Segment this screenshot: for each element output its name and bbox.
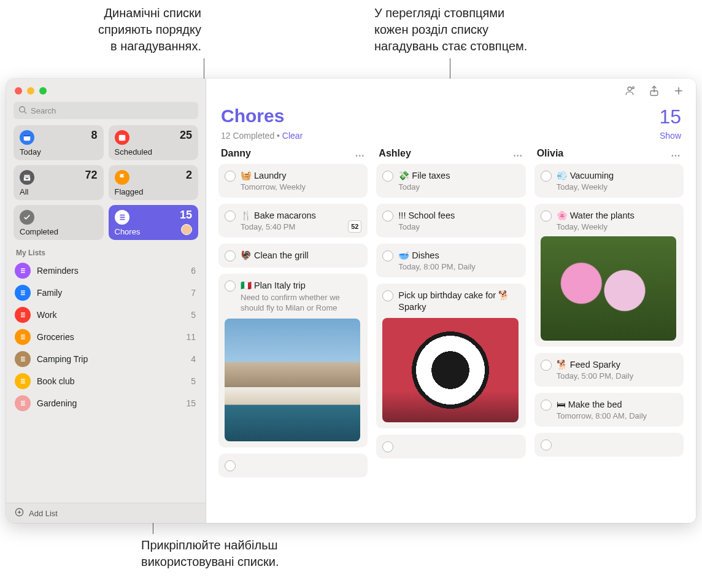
- smart-list-chores[interactable]: 15 Chores: [109, 205, 199, 240]
- reminder-title: 🥣 Dishes: [398, 250, 439, 261]
- list-bullet-icon: [15, 263, 31, 279]
- zoom-button[interactable]: [39, 87, 47, 95]
- reminder-subtitle: Today, 5:00 PM, Daily: [557, 371, 676, 381]
- complete-radio[interactable]: [541, 360, 552, 371]
- reminder-image: [382, 318, 518, 422]
- complete-radio[interactable]: [382, 211, 393, 222]
- reminder-card[interactable]: 🌸 Water the plantsToday, Weekly: [534, 204, 684, 347]
- reminder-card[interactable]: 🐕 Feed SparkyToday, 5:00 PM, Daily: [534, 353, 684, 387]
- reminder-card[interactable]: 💸 File taxesToday: [376, 164, 525, 198]
- column-title: Olivia: [537, 148, 564, 159]
- reminder-card[interactable]: 🦃 Clean the grill: [218, 244, 368, 268]
- search-icon: [18, 106, 27, 116]
- reminder-card[interactable]: 🇮🇹 Plan Italy tripNeed to confirm whethe…: [218, 274, 368, 447]
- complete-radio[interactable]: [382, 171, 393, 182]
- list-row[interactable]: Reminders6: [6, 260, 206, 282]
- smart-label: Completed: [20, 227, 98, 236]
- svg-rect-7: [123, 137, 124, 138]
- reminder-title: 🛏 Make the bed: [557, 399, 622, 411]
- new-reminder-placeholder[interactable]: [218, 454, 368, 478]
- search-input[interactable]: Search: [14, 102, 198, 119]
- clear-completed-button[interactable]: Clear: [282, 131, 303, 141]
- complete-radio[interactable]: [225, 280, 236, 292]
- complete-radio[interactable]: [225, 460, 236, 471]
- complete-radio[interactable]: [225, 171, 236, 182]
- complete-radio[interactable]: [541, 400, 552, 411]
- complete-radio[interactable]: [225, 250, 236, 261]
- list-row[interactable]: Family7: [6, 282, 206, 304]
- reminder-subtitle: Tomorrow, 8:00 AM, Daily: [557, 411, 676, 420]
- column-title: Danny: [221, 148, 251, 159]
- completed-count-label: 12 Completed: [221, 131, 274, 141]
- reminder-title: 🇮🇹 Plan Italy trip: [241, 280, 306, 292]
- list-row[interactable]: Gardening15: [6, 392, 206, 414]
- smart-label: All: [20, 187, 98, 196]
- reminder-card[interactable]: !!! School feesToday: [376, 204, 525, 238]
- new-reminder-placeholder[interactable]: [534, 433, 684, 457]
- complete-radio[interactable]: [382, 290, 393, 301]
- smart-list-today[interactable]: 8 Today: [14, 125, 104, 160]
- smart-lists-grid: 8 Today 25 Scheduled 72 All: [6, 125, 206, 240]
- list-bullet-icon: [15, 285, 31, 301]
- toolbar: [206, 79, 696, 104]
- smart-list-scheduled[interactable]: 25 Scheduled: [109, 125, 199, 160]
- column-cards: 💸 File taxesToday!!! School feesToday🥣 D…: [376, 164, 525, 458]
- minimize-button[interactable]: [27, 87, 34, 95]
- list-count: 5: [191, 376, 196, 386]
- reminder-card[interactable]: Pick up birthday cake for 🐕 Sparky: [376, 284, 525, 428]
- complete-radio[interactable]: [541, 211, 552, 222]
- smart-list-flagged[interactable]: 2 Flagged: [109, 165, 199, 200]
- column-title: Ashley: [379, 148, 411, 159]
- list-bullet-icon: [15, 373, 31, 389]
- list-row[interactable]: Book club5: [6, 370, 206, 392]
- complete-radio[interactable]: [382, 250, 393, 261]
- svg-rect-3: [24, 135, 31, 137]
- reminder-card[interactable]: 🥣 DishesToday, 8:00 PM, Daily: [376, 244, 525, 277]
- callout-pinned-lists: Прикріплюйте найбільш використовувані сп…: [141, 537, 338, 570]
- list-name: Camping Trip: [37, 354, 185, 364]
- reminder-title: 🧺 Laundry: [241, 170, 286, 182]
- smart-label: Today: [20, 147, 98, 157]
- complete-radio[interactable]: [382, 441, 393, 452]
- column-menu-button[interactable]: …: [671, 148, 681, 159]
- plus-circle-icon: [15, 508, 24, 519]
- reminder-title: 🍴 Bake macarons: [241, 210, 316, 222]
- smart-count: 25: [180, 129, 192, 142]
- show-completed-button[interactable]: Show: [660, 131, 681, 141]
- add-list-label: Add List: [29, 509, 58, 518]
- reminder-card[interactable]: 🛏 Make the bedTomorrow, 8:00 AM, Daily: [534, 393, 684, 427]
- window-controls: [6, 79, 206, 101]
- new-reminder-placeholder[interactable]: [376, 435, 525, 458]
- add-list-button[interactable]: Add List: [6, 503, 206, 523]
- list-name: Reminders: [37, 266, 185, 276]
- reminder-title: 💸 File taxes: [398, 170, 450, 182]
- svg-line-1: [25, 111, 27, 114]
- complete-radio[interactable]: [541, 171, 552, 182]
- reminder-card[interactable]: 💨 VacuumingToday, Weekly: [534, 164, 684, 198]
- complete-radio[interactable]: [225, 211, 236, 222]
- close-button[interactable]: [15, 87, 22, 95]
- calendar-icon: [115, 130, 129, 145]
- shared-avatar-icon: [181, 224, 192, 235]
- smart-count: 15: [180, 209, 192, 222]
- list-name: Family: [37, 288, 185, 298]
- list-row[interactable]: Camping Trip4: [6, 348, 206, 370]
- list-row[interactable]: Work5: [6, 304, 206, 326]
- add-reminder-icon[interactable]: [673, 85, 685, 99]
- column-cards: 🧺 LaundryTomorrow, Weekly🍴 Bake macarons…: [218, 164, 368, 478]
- column-menu-button[interactable]: …: [355, 148, 365, 159]
- share-icon[interactable]: [648, 85, 660, 99]
- smart-list-all[interactable]: 72 All: [14, 165, 104, 200]
- collaborate-icon[interactable]: [623, 85, 636, 99]
- list-count: 11: [186, 332, 196, 342]
- column-menu-button[interactable]: …: [513, 148, 523, 159]
- list-subheader: 12 Completed • Clear Show: [206, 131, 696, 147]
- reminder-card[interactable]: 🧺 LaundryTomorrow, Weekly: [218, 164, 368, 198]
- complete-radio[interactable]: [541, 439, 552, 451]
- list-header: Chores 15: [206, 104, 696, 131]
- tray-icon: [20, 170, 34, 185]
- reminder-card[interactable]: 🍴 Bake macaronsToday, 5:40 PM52: [218, 204, 368, 238]
- list-name: Work: [37, 310, 185, 320]
- list-row[interactable]: Groceries11: [6, 326, 206, 348]
- smart-list-completed[interactable]: Completed: [14, 205, 104, 240]
